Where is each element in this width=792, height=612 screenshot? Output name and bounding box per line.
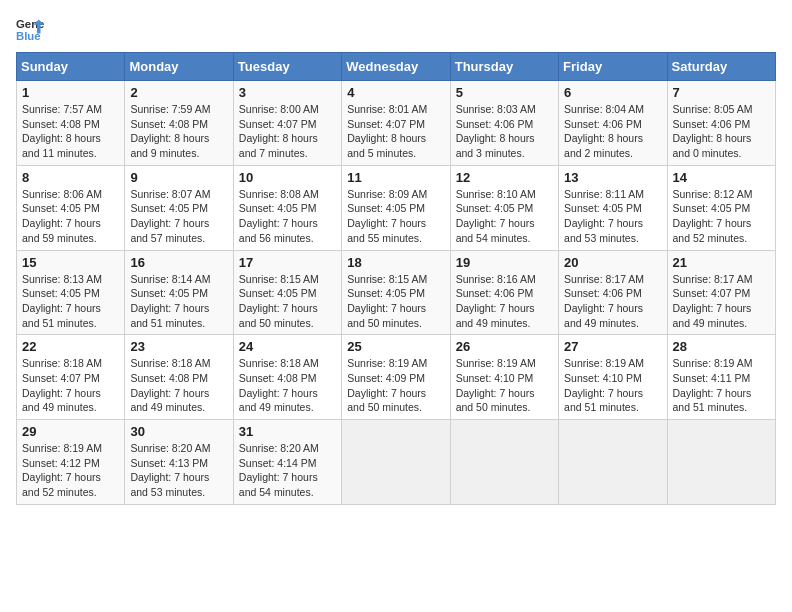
- day-detail: Sunrise: 8:07 AM Sunset: 4:05 PM Dayligh…: [130, 187, 227, 246]
- day-number: 25: [347, 339, 444, 354]
- sunset-label: Sunset: 4:07 PM: [239, 118, 317, 130]
- week-row-4: 22 Sunrise: 8:18 AM Sunset: 4:07 PM Dayl…: [17, 335, 776, 420]
- sunset-label: Sunset: 4:06 PM: [673, 118, 751, 130]
- header-tuesday: Tuesday: [233, 53, 341, 81]
- calendar-cell: 18 Sunrise: 8:15 AM Sunset: 4:05 PM Dayl…: [342, 250, 450, 335]
- sunrise-label: Sunrise: 8:20 AM: [239, 442, 319, 454]
- sunrise-label: Sunrise: 8:19 AM: [673, 357, 753, 369]
- daylight-label: Daylight: 7 hours and 51 minutes.: [22, 302, 101, 329]
- daylight-label: Daylight: 7 hours and 59 minutes.: [22, 217, 101, 244]
- sunrise-label: Sunrise: 8:05 AM: [673, 103, 753, 115]
- daylight-label: Daylight: 7 hours and 50 minutes.: [456, 387, 535, 414]
- sunset-label: Sunset: 4:08 PM: [22, 118, 100, 130]
- day-number: 8: [22, 170, 119, 185]
- day-number: 18: [347, 255, 444, 270]
- sunrise-label: Sunrise: 7:57 AM: [22, 103, 102, 115]
- sunrise-label: Sunrise: 8:01 AM: [347, 103, 427, 115]
- day-detail: Sunrise: 8:18 AM Sunset: 4:08 PM Dayligh…: [239, 356, 336, 415]
- daylight-label: Daylight: 7 hours and 49 minutes.: [673, 302, 752, 329]
- calendar-cell: [450, 420, 558, 505]
- day-number: 27: [564, 339, 661, 354]
- calendar-cell: 27 Sunrise: 8:19 AM Sunset: 4:10 PM Dayl…: [559, 335, 667, 420]
- sunrise-label: Sunrise: 8:07 AM: [130, 188, 210, 200]
- day-detail: Sunrise: 8:13 AM Sunset: 4:05 PM Dayligh…: [22, 272, 119, 331]
- sunset-label: Sunset: 4:08 PM: [239, 372, 317, 384]
- sunrise-label: Sunrise: 8:19 AM: [456, 357, 536, 369]
- day-number: 10: [239, 170, 336, 185]
- header-friday: Friday: [559, 53, 667, 81]
- day-number: 3: [239, 85, 336, 100]
- sunset-label: Sunset: 4:06 PM: [564, 118, 642, 130]
- day-detail: Sunrise: 8:17 AM Sunset: 4:06 PM Dayligh…: [564, 272, 661, 331]
- daylight-label: Daylight: 7 hours and 55 minutes.: [347, 217, 426, 244]
- week-row-2: 8 Sunrise: 8:06 AM Sunset: 4:05 PM Dayli…: [17, 165, 776, 250]
- sunset-label: Sunset: 4:05 PM: [130, 287, 208, 299]
- sunrise-label: Sunrise: 8:19 AM: [22, 442, 102, 454]
- sunset-label: Sunset: 4:10 PM: [564, 372, 642, 384]
- svg-text:Blue: Blue: [16, 30, 41, 42]
- sunrise-label: Sunrise: 8:18 AM: [130, 357, 210, 369]
- calendar-cell: 12 Sunrise: 8:10 AM Sunset: 4:05 PM Dayl…: [450, 165, 558, 250]
- day-detail: Sunrise: 8:17 AM Sunset: 4:07 PM Dayligh…: [673, 272, 770, 331]
- header-saturday: Saturday: [667, 53, 775, 81]
- calendar-cell: 19 Sunrise: 8:16 AM Sunset: 4:06 PM Dayl…: [450, 250, 558, 335]
- day-detail: Sunrise: 8:03 AM Sunset: 4:06 PM Dayligh…: [456, 102, 553, 161]
- calendar-cell: 16 Sunrise: 8:14 AM Sunset: 4:05 PM Dayl…: [125, 250, 233, 335]
- daylight-label: Daylight: 8 hours and 5 minutes.: [347, 132, 426, 159]
- sunset-label: Sunset: 4:07 PM: [22, 372, 100, 384]
- sunrise-label: Sunrise: 8:12 AM: [673, 188, 753, 200]
- logo: General Blue: [16, 16, 48, 44]
- calendar-cell: 30 Sunrise: 8:20 AM Sunset: 4:13 PM Dayl…: [125, 420, 233, 505]
- sunset-label: Sunset: 4:10 PM: [456, 372, 534, 384]
- day-detail: Sunrise: 8:12 AM Sunset: 4:05 PM Dayligh…: [673, 187, 770, 246]
- sunset-label: Sunset: 4:05 PM: [347, 287, 425, 299]
- day-number: 26: [456, 339, 553, 354]
- day-detail: Sunrise: 8:04 AM Sunset: 4:06 PM Dayligh…: [564, 102, 661, 161]
- daylight-label: Daylight: 7 hours and 56 minutes.: [239, 217, 318, 244]
- day-detail: Sunrise: 8:10 AM Sunset: 4:05 PM Dayligh…: [456, 187, 553, 246]
- day-number: 28: [673, 339, 770, 354]
- day-detail: Sunrise: 8:18 AM Sunset: 4:07 PM Dayligh…: [22, 356, 119, 415]
- day-detail: Sunrise: 8:20 AM Sunset: 4:13 PM Dayligh…: [130, 441, 227, 500]
- calendar-cell: 14 Sunrise: 8:12 AM Sunset: 4:05 PM Dayl…: [667, 165, 775, 250]
- day-number: 16: [130, 255, 227, 270]
- calendar-cell: 17 Sunrise: 8:15 AM Sunset: 4:05 PM Dayl…: [233, 250, 341, 335]
- day-detail: Sunrise: 8:05 AM Sunset: 4:06 PM Dayligh…: [673, 102, 770, 161]
- sunset-label: Sunset: 4:05 PM: [22, 202, 100, 214]
- sunrise-label: Sunrise: 8:16 AM: [456, 273, 536, 285]
- daylight-label: Daylight: 7 hours and 50 minutes.: [347, 387, 426, 414]
- daylight-label: Daylight: 7 hours and 49 minutes.: [456, 302, 535, 329]
- day-number: 15: [22, 255, 119, 270]
- day-detail: Sunrise: 7:59 AM Sunset: 4:08 PM Dayligh…: [130, 102, 227, 161]
- calendar-cell: 20 Sunrise: 8:17 AM Sunset: 4:06 PM Dayl…: [559, 250, 667, 335]
- calendar-cell: 10 Sunrise: 8:08 AM Sunset: 4:05 PM Dayl…: [233, 165, 341, 250]
- sunrise-label: Sunrise: 8:18 AM: [22, 357, 102, 369]
- sunset-label: Sunset: 4:13 PM: [130, 457, 208, 469]
- daylight-label: Daylight: 8 hours and 9 minutes.: [130, 132, 209, 159]
- header-thursday: Thursday: [450, 53, 558, 81]
- sunset-label: Sunset: 4:14 PM: [239, 457, 317, 469]
- sunset-label: Sunset: 4:05 PM: [564, 202, 642, 214]
- day-number: 21: [673, 255, 770, 270]
- day-detail: Sunrise: 8:19 AM Sunset: 4:12 PM Dayligh…: [22, 441, 119, 500]
- calendar-cell: 6 Sunrise: 8:04 AM Sunset: 4:06 PM Dayli…: [559, 81, 667, 166]
- day-number: 4: [347, 85, 444, 100]
- sunset-label: Sunset: 4:07 PM: [673, 287, 751, 299]
- daylight-label: Daylight: 8 hours and 0 minutes.: [673, 132, 752, 159]
- daylight-label: Daylight: 7 hours and 54 minutes.: [239, 471, 318, 498]
- day-detail: Sunrise: 8:19 AM Sunset: 4:10 PM Dayligh…: [564, 356, 661, 415]
- sunrise-label: Sunrise: 8:15 AM: [347, 273, 427, 285]
- calendar-cell: [667, 420, 775, 505]
- sunset-label: Sunset: 4:05 PM: [239, 287, 317, 299]
- header-row: SundayMondayTuesdayWednesdayThursdayFrid…: [17, 53, 776, 81]
- day-number: 2: [130, 85, 227, 100]
- daylight-label: Daylight: 7 hours and 57 minutes.: [130, 217, 209, 244]
- header-wednesday: Wednesday: [342, 53, 450, 81]
- sunrise-label: Sunrise: 8:11 AM: [564, 188, 644, 200]
- day-detail: Sunrise: 8:14 AM Sunset: 4:05 PM Dayligh…: [130, 272, 227, 331]
- day-number: 29: [22, 424, 119, 439]
- calendar-cell: 21 Sunrise: 8:17 AM Sunset: 4:07 PM Dayl…: [667, 250, 775, 335]
- daylight-label: Daylight: 7 hours and 49 minutes.: [564, 302, 643, 329]
- calendar-cell: 22 Sunrise: 8:18 AM Sunset: 4:07 PM Dayl…: [17, 335, 125, 420]
- day-detail: Sunrise: 8:01 AM Sunset: 4:07 PM Dayligh…: [347, 102, 444, 161]
